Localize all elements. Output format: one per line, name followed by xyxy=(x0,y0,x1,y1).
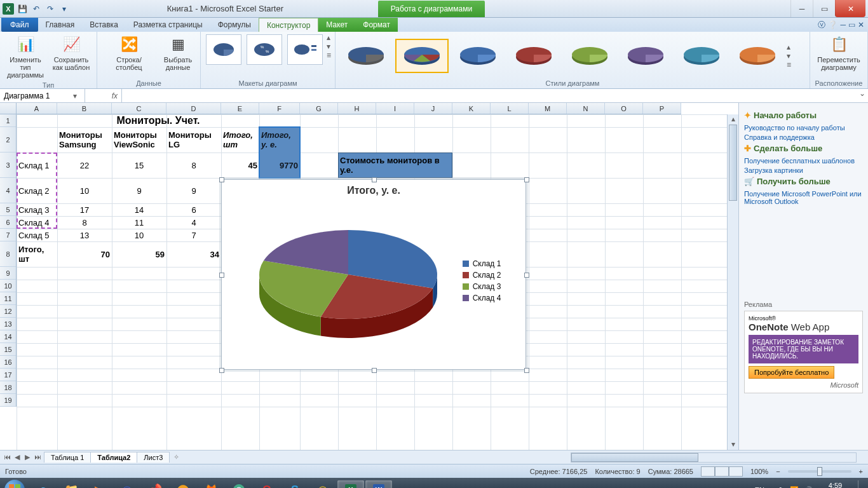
view-page-break-button[interactable] xyxy=(729,466,743,477)
tab-page-layout[interactable]: Разметка страницы xyxy=(126,18,210,32)
total-b[interactable]: 70 xyxy=(57,241,112,267)
cell-e3[interactable]: 45 xyxy=(221,152,259,178)
scroll-down-icon[interactable]: ▾ xyxy=(728,440,738,450)
header-d[interactable]: Мониторы LG xyxy=(166,127,221,152)
chart-layout-3[interactable] xyxy=(287,34,323,65)
show-desktop-button[interactable] xyxy=(858,480,863,488)
cell-b6[interactable]: 8 xyxy=(57,216,112,229)
tray-volume-icon[interactable]: 🔊 xyxy=(804,486,813,489)
sheet-prev-icon[interactable]: ◀ xyxy=(13,453,22,461)
row-header-15[interactable]: 15 xyxy=(0,343,16,356)
start-button[interactable] xyxy=(0,478,29,488)
tray-network-icon[interactable]: 📶 xyxy=(790,486,799,489)
undo-icon[interactable]: ↶ xyxy=(31,3,42,15)
zoom-in-icon[interactable]: + xyxy=(859,468,863,475)
row-header-14[interactable]: 14 xyxy=(0,330,16,343)
col-header-O[interactable]: O xyxy=(605,103,643,114)
formula-input[interactable] xyxy=(122,89,857,102)
row-header-13[interactable]: 13 xyxy=(0,318,16,330)
tray-clock[interactable]: 4:59 26.11.2011 xyxy=(818,482,853,488)
tab-insert[interactable]: Вставка xyxy=(82,18,126,32)
taskbar-app-1[interactable]: ◉ xyxy=(114,480,140,488)
tab-layout[interactable]: Макет xyxy=(318,18,355,32)
taskbar-skype[interactable]: S xyxy=(281,480,308,488)
zoom-slider[interactable] xyxy=(788,470,851,473)
sheet-next-icon[interactable]: ▶ xyxy=(23,453,32,461)
row-label-1[interactable]: Склад 1 xyxy=(17,152,57,178)
minimize-button[interactable]: ─ xyxy=(790,0,813,17)
tray-flag-icon[interactable]: ⚑ xyxy=(778,486,785,489)
sheet-tab-1[interactable]: Таблица 1 xyxy=(44,452,91,463)
row-header-16[interactable]: 16 xyxy=(0,356,16,369)
total-c[interactable]: 59 xyxy=(112,241,166,267)
row-header-1[interactable]: 1 xyxy=(0,114,16,127)
chart-style-2[interactable] xyxy=(395,39,449,73)
taskbar-wmp[interactable]: ▶ xyxy=(86,480,112,488)
col-header-L[interactable]: L xyxy=(491,103,529,114)
total-d[interactable]: 34 xyxy=(166,241,221,267)
col-header-B[interactable]: B xyxy=(57,103,112,114)
col-header-F[interactable]: F xyxy=(259,103,300,114)
chart-resize-handle[interactable] xyxy=(372,177,377,182)
chart-resize-handle[interactable] xyxy=(524,273,529,278)
zoom-level[interactable]: 100% xyxy=(750,468,768,475)
cell-b5[interactable]: 17 xyxy=(57,203,112,216)
sheet-tab-2[interactable]: Таблица2 xyxy=(90,452,137,463)
col-header-D[interactable]: D xyxy=(166,103,221,114)
switch-row-col-button[interactable]: 🔀 Строка/столбец xyxy=(101,33,157,72)
col-header-H[interactable]: H xyxy=(338,103,376,114)
col-header-M[interactable]: M xyxy=(529,103,567,114)
row-header-10[interactable]: 10 xyxy=(0,280,16,292)
cell-d4[interactable]: 9 xyxy=(166,178,221,203)
name-box[interactable]: Диаграмма 1 ▾ xyxy=(0,89,85,102)
cell-b7[interactable]: 13 xyxy=(57,229,112,241)
cell-c4[interactable]: 9 xyxy=(112,178,166,203)
side-link-help[interactable]: Справка и поддержка xyxy=(744,133,863,141)
row-header-7[interactable]: 7 xyxy=(0,229,16,241)
row-header-2[interactable]: 2 xyxy=(0,127,16,152)
row-label-5[interactable]: Склад 5 xyxy=(17,229,57,241)
row-header-12[interactable]: 12 xyxy=(0,305,16,318)
col-header-P[interactable]: P xyxy=(643,103,681,114)
col-header-J[interactable]: J xyxy=(414,103,452,114)
cell-c3[interactable]: 15 xyxy=(112,152,166,178)
zoom-out-icon[interactable]: − xyxy=(776,468,780,475)
chart-style-6[interactable] xyxy=(619,39,672,73)
select-data-button[interactable]: ▦ Выбрать данные xyxy=(159,33,196,72)
row-header-9[interactable]: 9 xyxy=(0,267,16,280)
styles-scroll-up-icon[interactable]: ▴ xyxy=(787,43,791,51)
maximize-button[interactable]: ▭ xyxy=(813,0,835,17)
row-label-3[interactable]: Склад 3 xyxy=(17,203,57,216)
fx-button[interactable]: fx xyxy=(85,89,122,102)
col-header-E[interactable]: E xyxy=(221,103,259,114)
chart-layout-2[interactable]: %% xyxy=(247,34,282,65)
header-e[interactable]: Итого, шт xyxy=(221,127,259,152)
row-header-17[interactable]: 17 xyxy=(0,369,16,381)
header-c[interactable]: Мониторы ViewSonic xyxy=(112,127,166,152)
row-header-11[interactable]: 11 xyxy=(0,292,16,305)
chart-title[interactable]: Итого, у. е. xyxy=(222,185,526,196)
taskbar-app-4[interactable]: ◎ xyxy=(309,480,336,488)
chart-resize-handle[interactable] xyxy=(219,177,224,182)
chart-style-5[interactable] xyxy=(563,39,616,73)
cell-b4[interactable]: 10 xyxy=(57,178,112,203)
col-header-K[interactable]: K xyxy=(452,103,491,114)
cell-c7[interactable]: 10 xyxy=(112,229,166,241)
tab-design[interactable]: Конструктор xyxy=(259,18,318,32)
row-header-6[interactable]: 6 xyxy=(0,216,16,229)
chart-resize-handle[interactable] xyxy=(219,368,224,373)
chart-resize-handle[interactable] xyxy=(524,177,529,182)
chart-legend[interactable]: Склад 1Склад 2Склад 3Склад 4 xyxy=(463,257,501,305)
styles-more-icon[interactable]: ≡ xyxy=(787,60,791,69)
file-tab[interactable]: Файл xyxy=(1,18,38,32)
row-header-5[interactable]: 5 xyxy=(0,203,16,216)
view-page-layout-button[interactable] xyxy=(715,466,729,477)
redo-icon[interactable]: ↷ xyxy=(44,3,56,15)
taskbar-app-2[interactable]: 📌 xyxy=(142,480,168,488)
col-header-C[interactable]: C xyxy=(112,103,166,114)
taskbar-ie[interactable]: e xyxy=(30,480,57,488)
select-all-corner[interactable] xyxy=(0,103,17,114)
close-button[interactable]: ✕ xyxy=(835,0,865,17)
col-header-I[interactable]: I xyxy=(376,103,414,114)
row-header-18[interactable]: 18 xyxy=(0,381,16,394)
